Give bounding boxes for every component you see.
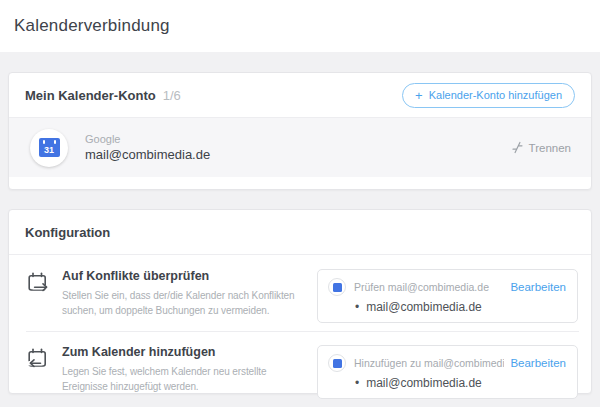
page-title: Kalenderverbindung bbox=[14, 16, 170, 36]
bullet-icon: • bbox=[355, 300, 359, 314]
google-calendar-mini-icon bbox=[328, 354, 346, 372]
config-row-description: Stellen Sie ein, dass der/die Kalender n… bbox=[62, 288, 310, 318]
config-row-title: Zum Kalender hinzufügen bbox=[62, 345, 310, 359]
calendar-ring-icon bbox=[43, 140, 45, 144]
config-box-item-email: mail@combimedia.de bbox=[366, 300, 482, 314]
add-calendar-account-label: Kalender-Konto hinzufügen bbox=[429, 89, 562, 101]
edit-link[interactable]: Bearbeiten bbox=[504, 357, 566, 369]
config-box-header: Hinzufügen zu mail@combimedia.de Bearbei… bbox=[328, 354, 566, 372]
calendar-check-out-icon bbox=[26, 271, 49, 294]
config-box-add-to-calendar: Hinzufügen zu mail@combimedia.de Bearbei… bbox=[317, 345, 578, 399]
google-calendar-icon: 31 bbox=[39, 138, 60, 157]
config-box-item: •mail@combimedia.de bbox=[355, 376, 566, 390]
account-row: 31 Google mail@combimedia.de Trennen bbox=[9, 118, 591, 177]
calendar-add-in-icon bbox=[26, 347, 49, 370]
config-row-add-to-calendar: Zum Kalender hinzufügen Legen Sie fest, … bbox=[9, 332, 591, 407]
account-card-title: Mein Kalender-Konto bbox=[25, 88, 156, 103]
config-box-item-email: mail@combimedia.de bbox=[366, 376, 482, 390]
calendar-ring-icon bbox=[54, 140, 56, 144]
config-row-title: Auf Konflikte überprüfen bbox=[62, 269, 310, 283]
account-count-badge: 1/6 bbox=[163, 88, 181, 103]
config-row-description: Legen Sie fest, welchem Kalender neu ers… bbox=[62, 364, 310, 394]
configuration-card-header: Konfiguration bbox=[9, 210, 591, 255]
bullet-icon: • bbox=[355, 376, 359, 390]
plus-icon: + bbox=[415, 89, 423, 102]
edit-link[interactable]: Bearbeiten bbox=[504, 281, 566, 293]
google-calendar-mini-icon bbox=[328, 278, 346, 296]
account-card-header: Mein Kalender-Konto 1/6 + Kalender-Konto… bbox=[9, 73, 591, 118]
calendar-day-number: 31 bbox=[44, 143, 54, 157]
config-row-texts: Zum Kalender hinzufügen Legen Sie fest, … bbox=[62, 345, 310, 394]
config-box-header: Prüfen mail@combimedia.de Bearbeiten bbox=[328, 278, 566, 296]
disconnect-icon bbox=[511, 141, 524, 154]
disconnect-label: Trennen bbox=[529, 142, 571, 154]
disconnect-button[interactable]: Trennen bbox=[511, 141, 571, 154]
account-provider: Google bbox=[85, 133, 210, 145]
configuration-card-title: Konfiguration bbox=[25, 225, 110, 240]
config-box-item: •mail@combimedia.de bbox=[355, 300, 566, 314]
account-email: mail@combimedia.de bbox=[85, 147, 210, 162]
account-card: Mein Kalender-Konto 1/6 + Kalender-Konto… bbox=[8, 72, 592, 190]
config-box-label: Hinzufügen zu mail@combimedia.de bbox=[354, 357, 504, 369]
google-account-avatar: 31 bbox=[30, 129, 68, 167]
config-row-texts: Auf Konflikte überprüfen Stellen Sie ein… bbox=[62, 269, 310, 318]
add-calendar-account-button[interactable]: + Kalender-Konto hinzufügen bbox=[402, 83, 575, 108]
config-row-conflicts: Auf Konflikte überprüfen Stellen Sie ein… bbox=[9, 255, 591, 331]
config-box-conflicts: Prüfen mail@combimedia.de Bearbeiten •ma… bbox=[317, 269, 578, 323]
account-texts: Google mail@combimedia.de bbox=[85, 133, 210, 162]
configuration-card: Konfiguration Auf Konflikte überprüfen S… bbox=[8, 209, 592, 394]
config-box-label: Prüfen mail@combimedia.de bbox=[354, 281, 489, 293]
